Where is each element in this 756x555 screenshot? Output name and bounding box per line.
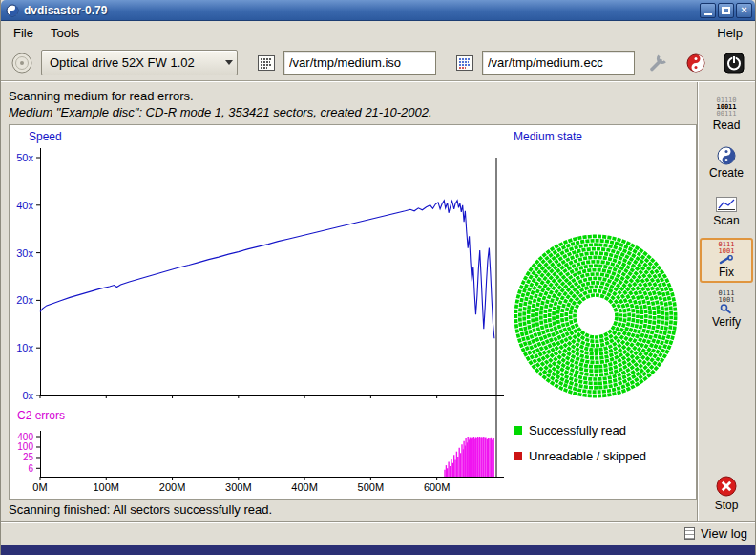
iso-path-input[interactable] xyxy=(284,51,436,75)
svg-text:300M: 300M xyxy=(225,481,252,493)
svg-text:600M: 600M xyxy=(424,481,451,493)
svg-text:100: 100 xyxy=(17,441,33,452)
fix-label: Fix xyxy=(719,266,734,279)
stop-label: Stop xyxy=(715,499,739,512)
svg-text:500M: 500M xyxy=(358,481,385,493)
toolbar: Optical drive 52X FW 1.02 xyxy=(1,45,755,81)
svg-text:400: 400 xyxy=(17,432,33,442)
scan-button[interactable]: Scan xyxy=(700,189,753,234)
status-head: Scanning medium for read errors. Medium … xyxy=(1,82,697,124)
power-icon xyxy=(724,53,745,74)
ecc-path-input[interactable] xyxy=(482,51,635,75)
legend-item-unreadable: Unreadable / skipped xyxy=(514,449,646,463)
close-button[interactable]: × xyxy=(736,3,752,18)
svg-text:10x: 10x xyxy=(16,342,33,353)
drive-selector-value: Optical drive 52X FW 1.02 xyxy=(42,51,220,75)
scan-label: Scan xyxy=(713,214,739,227)
minimize-icon xyxy=(704,13,712,15)
menu-tools[interactable]: Tools xyxy=(42,23,88,43)
chart-panel: Speed Medium state C2 errors 50x40x30x20… xyxy=(9,124,697,500)
medium-state-label: Medium state xyxy=(514,130,582,143)
minimize-button[interactable] xyxy=(700,3,716,18)
app-window: dvdisaster-0.79 × File Tools Help Optica… xyxy=(0,0,756,555)
ecc-file-icon xyxy=(456,55,473,71)
drive-selector-arrow[interactable] xyxy=(220,51,237,75)
stop-button[interactable]: Stop xyxy=(700,469,753,517)
window-frame-bottom xyxy=(1,545,755,555)
chevron-down-icon xyxy=(225,60,233,65)
svg-text:200M: 200M xyxy=(159,481,186,493)
verify-icon: 0111 1001 xyxy=(719,290,735,314)
svg-text:20x: 20x xyxy=(16,294,33,306)
content-column: Scanning medium for read errors. Medium … xyxy=(1,82,697,521)
legend-item-read: Successfully read xyxy=(514,423,626,438)
svg-text:40x: 40x xyxy=(16,200,33,211)
logo-icon xyxy=(685,53,706,74)
fix-button[interactable]: 0111 1001 Fix xyxy=(700,238,753,283)
verify-button[interactable]: 0111 1001 Verify xyxy=(700,287,753,331)
svg-text:0M: 0M xyxy=(32,481,47,493)
medium-state-disc xyxy=(512,232,680,400)
magnifier-icon xyxy=(720,304,733,314)
scan-icon xyxy=(716,197,737,213)
create-icon xyxy=(717,146,736,165)
drive-icon xyxy=(10,52,33,75)
about-button[interactable] xyxy=(682,50,709,76)
legend-label-success: Successfully read xyxy=(529,423,626,438)
svg-text:25: 25 xyxy=(23,452,34,462)
drive-selector[interactable]: Optical drive 52X FW 1.02 xyxy=(41,50,238,75)
close-icon: × xyxy=(741,5,746,15)
status-line-2: Medium "Example disc": CD-R mode 1, 3534… xyxy=(9,104,689,120)
svg-text:6: 6 xyxy=(28,463,33,474)
view-log-button[interactable]: View log xyxy=(684,526,747,541)
fix-icon: 0111 1001 xyxy=(719,242,735,265)
create-label: Create xyxy=(709,166,744,180)
svg-text:100M: 100M xyxy=(94,481,120,493)
iso-file-button[interactable] xyxy=(253,50,280,76)
stop-icon xyxy=(715,475,738,498)
svg-text:30x: 30x xyxy=(16,247,33,259)
iso-file-icon xyxy=(258,55,275,71)
status-line-1: Scanning medium for read errors. xyxy=(9,88,689,104)
window-title: dvdisaster-0.79 xyxy=(24,4,695,17)
fix-wrench-icon xyxy=(719,255,734,265)
menu-help[interactable]: Help xyxy=(708,23,751,43)
svg-text:400M: 400M xyxy=(291,481,318,493)
legend-swatch-unreadable xyxy=(514,452,522,460)
statusbar: View log xyxy=(1,521,755,545)
svg-text:0x: 0x xyxy=(22,390,33,401)
create-button[interactable]: Create xyxy=(700,140,753,185)
scan-result-status: Scanning finished: All sectors successfu… xyxy=(1,500,697,521)
quit-button[interactable] xyxy=(721,50,747,76)
action-sidebar: 01110 10011 00111 Read Create xyxy=(697,82,755,521)
ecc-file-button[interactable] xyxy=(452,50,478,76)
legend-label-unreadable: Unreadable / skipped xyxy=(529,449,646,463)
main-area: Scanning medium for read errors. Medium … xyxy=(1,81,755,521)
read-label: Read xyxy=(713,118,741,132)
view-log-label: View log xyxy=(701,526,747,541)
read-button[interactable]: 01110 10011 00111 Read xyxy=(700,92,753,137)
maximize-icon xyxy=(722,7,730,14)
scan-chart: 50x40x30x20x10x0x4001002560M100M200M300M… xyxy=(10,133,507,498)
drive-button[interactable] xyxy=(9,50,35,76)
svg-text:50x: 50x xyxy=(16,152,33,163)
app-icon xyxy=(6,4,19,17)
wrench-icon xyxy=(647,53,668,74)
titlebar[interactable]: dvdisaster-0.79 × xyxy=(1,0,755,21)
menubar: File Tools Help xyxy=(1,21,755,45)
maximize-button[interactable] xyxy=(718,3,734,18)
log-icon xyxy=(684,527,695,540)
menu-file[interactable]: File xyxy=(5,23,42,43)
preferences-button[interactable] xyxy=(644,50,671,76)
read-icon: 01110 10011 00111 xyxy=(716,97,736,117)
legend-swatch-success xyxy=(514,426,522,435)
verify-label: Verify xyxy=(712,315,741,329)
